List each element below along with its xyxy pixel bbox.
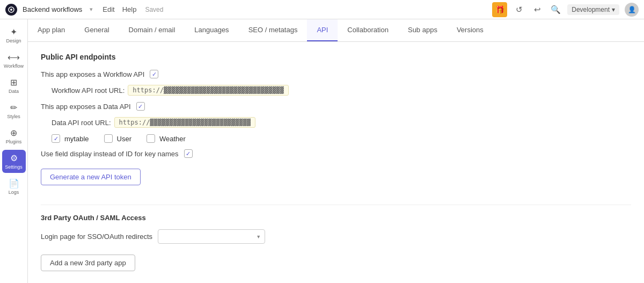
field-display-row: Use field display instead of ID for key … [41,149,631,158]
workflow-url-row: Workflow API root URL: https://▓▓▓▓▓▓▓▓▓… [41,85,631,96]
sidebar-item-plugins[interactable]: ⊕ Plugins [2,125,26,148]
tab-domain-email[interactable]: Domain / email [119,19,185,41]
sidebar-item-workflow[interactable]: ⟷ Workflow [2,49,26,72]
sidebar-item-settings[interactable]: ⚙ Settings [2,150,26,173]
env-dropdown-icon: ▾ [612,6,615,13]
main-content: Public API endpoints This app exposes a … [28,42,644,283]
sidebar-item-label-logs: Logs [9,190,19,195]
user-checkbox[interactable] [104,134,113,143]
sidebar-item-styles[interactable]: ✏ Styles [2,99,26,122]
tab-collaboration[interactable]: Collaboration [338,19,398,41]
workflow-api-label: This app exposes a Workflow API [41,70,144,78]
sidebar-item-design[interactable]: ✦ Design [2,24,26,47]
tab-languages[interactable]: Languages [185,19,238,41]
weather-checkbox-group: Weather [147,134,186,143]
field-display-checkbox[interactable] [184,149,193,158]
undo-icon[interactable]: ↩ [531,3,544,16]
workflow-url-value: https://▓▓▓▓▓▓▓▓▓▓▓▓▓▓▓▓▓▓▓▓▓▓▓▓▓▓▓▓▓▓▓ [128,85,289,96]
tab-general[interactable]: General [75,19,119,41]
data-url-row: Data API root URL: https://▓▓▓▓▓▓▓▓▓▓▓▓▓… [41,117,631,128]
topbar-nav: Edit Help Saved [103,5,163,13]
workflow-url-label: Workflow API root URL: [52,86,125,95]
environment-label: Development [572,6,610,13]
weather-label: Weather [159,135,186,143]
save-status: Saved [145,6,163,13]
main-layout: ✦ Design ⟷ Workflow ⊞ Data ✏ Styles ⊕ Pl… [0,19,644,283]
sidebar: ✦ Design ⟷ Workflow ⊞ Data ✏ Styles ⊕ Pl… [0,19,28,283]
sidebar-item-label-plugins: Plugins [6,139,22,144]
topbar-right: 🎁 ↺ ↩ 🔍 Development ▾ 👤 [492,2,639,17]
plugins-icon: ⊕ [10,128,17,138]
app-logo [5,4,17,16]
content-area: App plan General Domain / email Language… [28,19,644,283]
data-api-checkbox[interactable] [136,102,145,111]
field-display-label: Use field display instead of ID for key … [41,150,179,158]
sidebar-item-data[interactable]: ⊞ Data [2,74,26,97]
sidebar-item-label-design: Design [6,38,21,43]
mytable-label: mytable [64,135,89,143]
topbar: Backend workflows ▾ Edit Help Saved 🎁 ↺ … [0,0,644,19]
login-page-row: Login page for SSO/OAuth redirects [41,229,631,244]
login-page-select-wrapper [158,229,265,244]
data-icon: ⊞ [10,77,17,88]
data-api-label: This app exposes a Data API [41,103,131,111]
login-page-select[interactable] [158,229,265,244]
svg-point-1 [10,9,12,11]
mytable-checkbox-group: mytable [52,134,89,143]
login-page-label: Login page for SSO/OAuth redirects [41,233,152,241]
data-url-value: https://▓▓▓▓▓▓▓▓▓▓▓▓▓▓▓▓▓▓▓▓▓▓▓▓▓▓ [114,117,256,128]
tab-seo-metatags[interactable]: SEO / metatags [239,19,308,41]
design-icon: ✦ [10,27,17,37]
mytable-checkbox[interactable] [52,134,60,143]
workflow-icon: ⟷ [8,52,20,62]
settings-icon: ⚙ [10,153,18,163]
data-url-label: Data API root URL: [52,119,111,127]
topbar-help[interactable]: Help [122,5,137,13]
workflow-api-row: This app exposes a Workflow API [41,70,631,78]
sidebar-item-logs[interactable]: 📄 Logs [2,175,26,198]
tabs-bar: App plan General Domain / email Language… [28,19,644,42]
user-label: User [117,135,131,143]
public-api-title: Public API endpoints [41,53,631,61]
section-divider-oauth [41,205,631,205]
styles-icon: ✏ [10,103,17,113]
user-avatar[interactable]: 👤 [625,3,639,17]
topbar-edit[interactable]: Edit [103,5,114,13]
weather-checkbox[interactable] [147,134,155,143]
tab-versions[interactable]: Versions [447,19,493,41]
sidebar-item-label-data: Data [9,89,19,94]
app-title: Backend workflows [23,5,82,13]
gift-icon[interactable]: 🎁 [492,2,507,17]
search-icon[interactable]: 🔍 [549,3,562,16]
generate-token-button[interactable]: Generate a new API token [41,169,141,185]
add-3rdparty-button[interactable]: Add a new 3rd party app [41,255,135,271]
title-dropdown-icon[interactable]: ▾ [90,6,93,13]
data-api-row: This app exposes a Data API [41,102,631,111]
tab-sub-apps[interactable]: Sub apps [398,19,447,41]
sidebar-item-label-settings: Settings [5,164,23,170]
workflow-api-checkbox[interactable] [150,70,158,78]
tab-app-plan[interactable]: App plan [28,19,75,41]
tab-api[interactable]: API [307,19,338,41]
sidebar-item-label-workflow: Workflow [4,63,24,69]
table-checkboxes-row: mytable User Weather [41,134,631,143]
oauth-title: 3rd Party OAuth / SAML Access [41,214,631,222]
refresh-icon[interactable]: ↺ [513,3,525,16]
logs-icon: 📄 [9,178,19,188]
environment-selector[interactable]: Development ▾ [567,4,619,15]
user-checkbox-group: User [104,134,131,143]
sidebar-item-label-styles: Styles [7,114,20,119]
